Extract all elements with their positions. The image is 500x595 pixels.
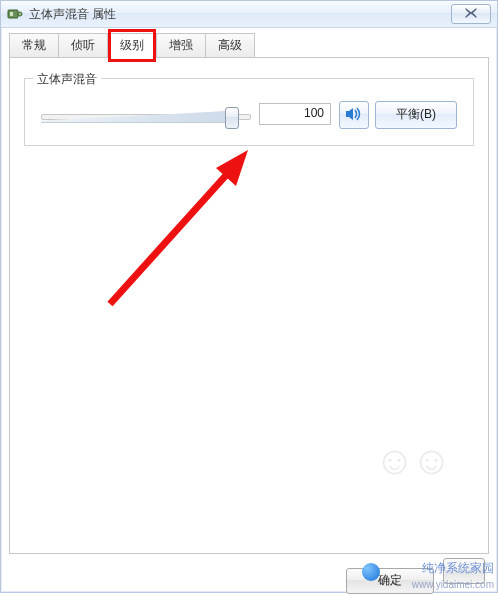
tab-levels[interactable]: 级别 [107,33,157,58]
svg-rect-1 [10,12,13,16]
ghost-watermark: ☺☺ [374,438,448,483]
close-icon [464,8,478,18]
slider-thumb[interactable] [225,107,239,129]
tab-strip: 常规 侦听 级别 增强 高级 [9,33,489,58]
window-title: 立体声混音 属性 [29,6,116,23]
sound-device-icon [7,6,23,22]
close-button[interactable] [451,4,491,24]
mute-button[interactable] [339,101,369,129]
tab-levels-label: 级别 [120,38,144,52]
stereo-mix-group: 立体声混音 100 平衡(B) [24,78,474,146]
tab-general[interactable]: 常规 [9,33,59,58]
svg-point-2 [18,12,22,16]
balance-button[interactable]: 平衡(B) [375,101,457,129]
svg-line-3 [110,162,238,304]
speaker-icon [345,106,363,122]
tab-page-levels: 立体声混音 100 平衡(B) ☺☺ [9,57,489,554]
watermark-line1: 纯净系统家园 [422,561,494,575]
watermark-logo [362,563,380,581]
sound-properties-dialog: 立体声混音 属性 常规 侦听 级别 增强 高级 立体声混音 100 [0,0,498,593]
volume-slider[interactable] [41,105,251,127]
tab-listen[interactable]: 侦听 [58,33,108,58]
watermark: 纯净系统家园 www.yidaimei.com [412,560,494,591]
svg-marker-4 [216,150,248,186]
tab-advanced[interactable]: 高级 [205,33,255,58]
group-title: 立体声混音 [33,71,101,88]
watermark-line2: www.yidaimei.com [412,579,494,590]
tab-enhance[interactable]: 增强 [156,33,206,58]
volume-value[interactable]: 100 [259,103,331,125]
annotation-arrow [80,144,280,314]
titlebar[interactable]: 立体声混音 属性 [1,1,497,28]
